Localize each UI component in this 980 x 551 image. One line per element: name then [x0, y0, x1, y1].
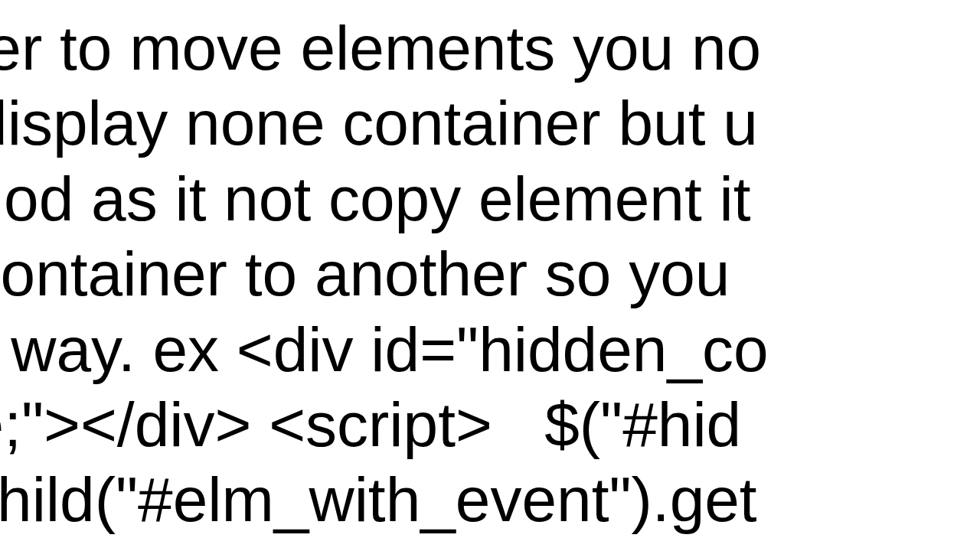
cropped-text-block: better to move elements you no ther disp…	[0, 11, 769, 538]
